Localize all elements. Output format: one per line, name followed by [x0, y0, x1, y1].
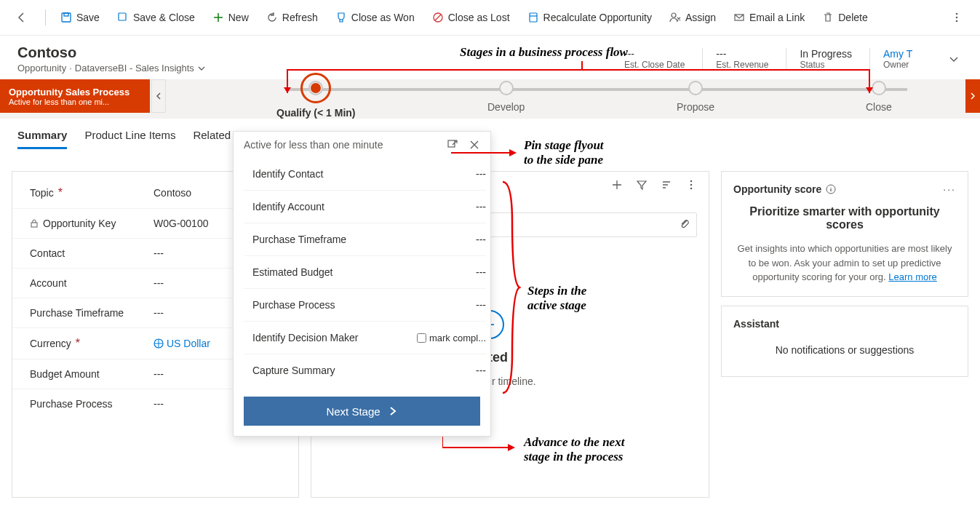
flyout-close-button[interactable] — [469, 139, 480, 151]
back-button[interactable] — [12, 7, 32, 28]
tab-summary[interactable]: Summary — [17, 129, 67, 149]
bpf-scroll-right-button[interactable] — [965, 79, 980, 113]
save-button[interactable]: Save — [53, 7, 107, 28]
opportunity-score-card: Opportunity score ··· Prioritize smarter… — [721, 171, 968, 297]
recalculate-button[interactable]: Recalculate Opportunity — [520, 7, 659, 28]
close-won-label: Close as Won — [351, 12, 415, 23]
step-purchase-timeframe[interactable]: Purchase Timeframe --- — [244, 223, 486, 256]
business-process-flow-bar: Opportunity Sales Process Active for les… — [0, 79, 980, 119]
calculator-icon — [527, 12, 539, 23]
refresh-icon — [266, 12, 278, 23]
svg-rect-10 — [31, 223, 37, 227]
save-close-label: Save & Close — [133, 12, 195, 23]
svg-rect-1 — [64, 13, 68, 16]
svg-point-7 — [956, 13, 958, 15]
save-label: Save — [76, 12, 100, 23]
bpf-stage-develop[interactable]: Develop — [487, 81, 525, 113]
email-link-label: Email a Link — [749, 12, 805, 23]
more-commands-button[interactable] — [945, 6, 968, 29]
timeline-add-button[interactable] — [611, 179, 623, 191]
assign-button[interactable]: Assign — [662, 7, 723, 28]
step-identify-contact[interactable]: Identify Contact --- — [244, 158, 486, 191]
svg-rect-4 — [530, 13, 537, 22]
step-purchase-process[interactable]: Purchase Process --- — [244, 289, 486, 322]
close-lost-button[interactable]: Close as Lost — [425, 7, 517, 28]
flyout-body: Identify Contact --- Identify Account --… — [234, 158, 490, 386]
refresh-button[interactable]: Refresh — [259, 7, 325, 28]
side-cards-column: Opportunity score ··· Prioritize smarter… — [721, 171, 968, 498]
svg-point-12 — [690, 180, 693, 183]
step-identify-account[interactable]: Identify Account --- — [244, 191, 486, 223]
view-name[interactable]: DataverseBI - Sales Insights — [75, 63, 194, 73]
timeline-sort-button[interactable] — [661, 179, 672, 191]
timeline-more-button[interactable] — [685, 179, 697, 191]
mark-complete-checkbox[interactable] — [417, 333, 426, 343]
bpf-process-badge[interactable]: Opportunity Sales Process Active for les… — [0, 79, 150, 113]
entity-label: Opportunity — [17, 63, 66, 73]
chevron-down-icon[interactable] — [197, 64, 206, 73]
plus-icon — [212, 12, 224, 23]
email-link-button[interactable]: Email a Link — [726, 7, 812, 28]
save-close-icon — [117, 12, 129, 23]
lock-icon — [30, 219, 39, 228]
close-lost-label: Close as Lost — [448, 12, 510, 23]
close-won-button[interactable]: Close as Won — [328, 7, 422, 28]
refresh-label: Refresh — [282, 12, 318, 23]
bpf-stage-close[interactable]: Close — [866, 81, 892, 113]
currency-icon — [154, 338, 164, 349]
svg-point-8 — [956, 17, 958, 19]
separator — [45, 9, 46, 25]
step-estimated-budget[interactable]: Estimated Budget --- — [244, 256, 486, 289]
bpf-stages-container: Qualify (< 1 Min) Develop Propose Close — [236, 79, 965, 119]
svg-rect-2 — [119, 13, 126, 20]
svg-point-14 — [690, 188, 693, 190]
delete-label: Delete — [838, 12, 867, 23]
card-more-button[interactable]: ··· — [943, 183, 956, 195]
svg-rect-0 — [62, 13, 71, 22]
svg-point-5 — [672, 13, 676, 17]
next-stage-button[interactable]: Next Stage — [244, 397, 480, 426]
est-close-date-field: --- Est. Close Date — [624, 48, 685, 70]
assign-label: Assign — [685, 12, 716, 23]
learn-more-link[interactable]: Learn more — [888, 271, 936, 282]
bpf-stage-propose[interactable]: Propose — [677, 81, 714, 113]
save-icon — [60, 12, 72, 23]
new-label: New — [228, 12, 249, 23]
save-close-button[interactable]: Save & Close — [110, 7, 202, 28]
step-capture-summary[interactable]: Capture Summary --- — [244, 354, 486, 386]
record-header: Contoso Opportunity · DataverseBI - Sale… — [0, 36, 980, 79]
assistant-card: Assistant No notifications or suggestion… — [721, 306, 968, 377]
owner-field: Amy T Owner — [869, 48, 928, 70]
delete-button[interactable]: Delete — [815, 7, 875, 28]
recalculate-label: Recalculate Opportunity — [543, 12, 652, 23]
assign-icon — [669, 12, 681, 23]
info-icon[interactable] — [826, 184, 836, 194]
svg-point-9 — [956, 20, 958, 23]
tab-related[interactable]: Related — [193, 129, 231, 149]
trash-icon — [822, 12, 834, 23]
command-bar: Save Save & Close New Refresh Close as W… — [0, 0, 980, 36]
assistant-title: Assistant — [733, 318, 956, 330]
prohibit-icon — [432, 12, 444, 23]
svg-point-13 — [690, 184, 693, 186]
trophy-icon — [335, 12, 347, 23]
step-identify-decision-maker[interactable]: Identify Decision Maker mark compl... — [244, 322, 486, 354]
opportunity-score-heading: Prioritize smarter with opportunity scor… — [733, 205, 956, 231]
assistant-empty-message: No notifications or suggestions — [733, 335, 956, 365]
status-field: In Progress Status — [786, 48, 852, 70]
attachment-icon[interactable] — [679, 218, 690, 229]
email-icon — [733, 12, 745, 23]
tab-product-line-items[interactable]: Product Line Items — [84, 129, 175, 149]
bpf-stage-qualify[interactable]: Qualify (< 1 Min) — [276, 81, 356, 119]
stage-flyout: Active for less than one minute Identify… — [233, 131, 491, 437]
header-expand-button[interactable] — [945, 50, 963, 68]
bpf-scroll-left-button[interactable] — [151, 79, 166, 113]
new-button[interactable]: New — [205, 7, 256, 28]
timeline-filter-button[interactable] — [636, 179, 648, 191]
est-revenue-field: --- Est. Revenue — [702, 48, 768, 70]
flyout-header-text: Active for less than one minute — [244, 139, 383, 151]
page-title: Contoso — [17, 44, 206, 61]
svg-marker-19 — [509, 149, 517, 156]
flyout-dock-button[interactable] — [447, 139, 458, 151]
timeline-toolbar — [611, 179, 697, 191]
